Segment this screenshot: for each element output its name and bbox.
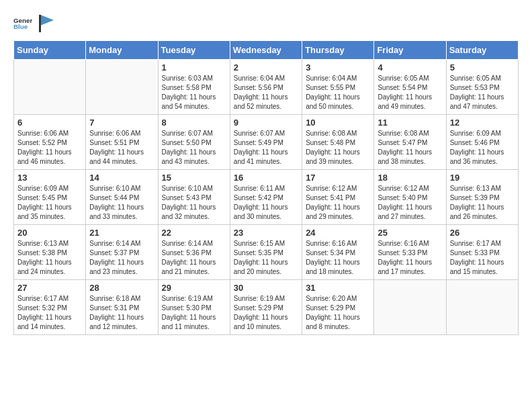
week-row-5: 27Sunrise: 6:17 AMSunset: 5:32 PMDayligh… — [14, 280, 519, 335]
calendar-cell: 9Sunrise: 6:07 AMSunset: 5:49 PMDaylight… — [230, 115, 302, 170]
week-row-4: 20Sunrise: 6:13 AMSunset: 5:38 PMDayligh… — [14, 225, 519, 280]
calendar-cell: 14Sunrise: 6:10 AMSunset: 5:44 PMDayligh… — [86, 170, 158, 225]
calendar-cell: 1Sunrise: 6:03 AMSunset: 5:58 PMDaylight… — [158, 60, 230, 115]
cell-info: Sunrise: 6:18 AMSunset: 5:31 PMDaylight:… — [89, 294, 154, 332]
calendar-cell: 6Sunrise: 6:06 AMSunset: 5:52 PMDaylight… — [14, 115, 86, 170]
cell-info: Sunrise: 6:04 AMSunset: 5:56 PMDaylight:… — [234, 74, 298, 111]
logo-icon: General Blue — [13, 14, 32, 33]
col-header-tuesday: Tuesday — [158, 41, 230, 60]
calendar-cell: 27Sunrise: 6:17 AMSunset: 5:32 PMDayligh… — [14, 280, 86, 335]
calendar-cell: 22Sunrise: 6:14 AMSunset: 5:36 PMDayligh… — [158, 225, 230, 280]
cell-info: Sunrise: 6:06 AMSunset: 5:52 PMDaylight:… — [17, 129, 82, 167]
cell-info: Sunrise: 6:08 AMSunset: 5:48 PMDaylight:… — [306, 129, 370, 167]
logo-flag-icon — [35, 13, 55, 34]
day-number: 17 — [306, 173, 370, 183]
cell-info: Sunrise: 6:05 AMSunset: 5:53 PMDaylight:… — [450, 74, 515, 111]
cell-info: Sunrise: 6:19 AMSunset: 5:29 PMDaylight:… — [234, 294, 298, 332]
cell-info: Sunrise: 6:09 AMSunset: 5:45 PMDaylight:… — [17, 184, 82, 222]
svg-text:Blue: Blue — [13, 23, 28, 30]
cell-info: Sunrise: 6:10 AMSunset: 5:43 PMDaylight:… — [162, 184, 226, 222]
day-number: 15 — [162, 173, 226, 183]
cell-info: Sunrise: 6:19 AMSunset: 5:30 PMDaylight:… — [162, 294, 226, 332]
calendar-cell: 17Sunrise: 6:12 AMSunset: 5:41 PMDayligh… — [302, 170, 374, 225]
calendar-cell: 30Sunrise: 6:19 AMSunset: 5:29 PMDayligh… — [230, 280, 302, 335]
day-number: 29 — [162, 283, 226, 293]
cell-info: Sunrise: 6:07 AMSunset: 5:49 PMDaylight:… — [234, 129, 298, 167]
day-number: 2 — [234, 62, 298, 73]
day-number: 14 — [89, 173, 154, 183]
calendar-cell: 7Sunrise: 6:06 AMSunset: 5:51 PMDaylight… — [86, 115, 158, 170]
day-number: 8 — [162, 118, 226, 128]
day-number: 12 — [450, 118, 515, 128]
calendar-cell: 26Sunrise: 6:17 AMSunset: 5:33 PMDayligh… — [446, 225, 518, 280]
calendar-cell: 15Sunrise: 6:10 AMSunset: 5:43 PMDayligh… — [158, 170, 230, 225]
day-number: 24 — [306, 228, 370, 238]
day-number: 7 — [89, 118, 154, 128]
day-number: 22 — [162, 228, 226, 238]
calendar-cell: 28Sunrise: 6:18 AMSunset: 5:31 PMDayligh… — [86, 280, 158, 335]
cell-info: Sunrise: 6:07 AMSunset: 5:50 PMDaylight:… — [162, 129, 226, 167]
col-header-friday: Friday — [374, 41, 446, 60]
calendar-cell: 10Sunrise: 6:08 AMSunset: 5:48 PMDayligh… — [302, 115, 374, 170]
cell-info: Sunrise: 6:10 AMSunset: 5:44 PMDaylight:… — [89, 184, 154, 222]
cell-info: Sunrise: 6:20 AMSunset: 5:29 PMDaylight:… — [306, 294, 370, 332]
calendar-cell: 5Sunrise: 6:05 AMSunset: 5:53 PMDaylight… — [446, 60, 518, 115]
col-header-sunday: Sunday — [14, 41, 86, 60]
cell-info: Sunrise: 6:05 AMSunset: 5:54 PMDaylight:… — [378, 74, 442, 111]
calendar-cell — [374, 280, 446, 335]
calendar-cell: 2Sunrise: 6:04 AMSunset: 5:56 PMDaylight… — [230, 60, 302, 115]
cell-info: Sunrise: 6:03 AMSunset: 5:58 PMDaylight:… — [162, 74, 226, 111]
week-row-3: 13Sunrise: 6:09 AMSunset: 5:45 PMDayligh… — [14, 170, 519, 225]
calendar-cell: 8Sunrise: 6:07 AMSunset: 5:50 PMDaylight… — [158, 115, 230, 170]
col-header-saturday: Saturday — [446, 41, 518, 60]
calendar-cell — [14, 60, 86, 115]
svg-rect-3 — [39, 15, 41, 32]
day-number: 13 — [17, 173, 82, 183]
day-number: 30 — [234, 283, 298, 293]
day-number: 5 — [450, 62, 515, 73]
cell-info: Sunrise: 6:04 AMSunset: 5:55 PMDaylight:… — [306, 74, 370, 111]
day-number: 19 — [450, 173, 515, 183]
cell-info: Sunrise: 6:11 AMSunset: 5:42 PMDaylight:… — [234, 184, 298, 222]
cell-info: Sunrise: 6:16 AMSunset: 5:34 PMDaylight:… — [306, 239, 370, 277]
calendar-cell: 4Sunrise: 6:05 AMSunset: 5:54 PMDaylight… — [374, 60, 446, 115]
day-number: 9 — [234, 118, 298, 128]
calendar-cell: 19Sunrise: 6:13 AMSunset: 5:39 PMDayligh… — [446, 170, 518, 225]
col-header-thursday: Thursday — [302, 41, 374, 60]
page-header: General Blue — [13, 13, 519, 34]
cell-info: Sunrise: 6:08 AMSunset: 5:47 PMDaylight:… — [378, 129, 442, 167]
calendar-cell: 21Sunrise: 6:14 AMSunset: 5:37 PMDayligh… — [86, 225, 158, 280]
cell-info: Sunrise: 6:14 AMSunset: 5:37 PMDaylight:… — [89, 239, 154, 277]
calendar-cell: 11Sunrise: 6:08 AMSunset: 5:47 PMDayligh… — [374, 115, 446, 170]
calendar-cell: 23Sunrise: 6:15 AMSunset: 5:35 PMDayligh… — [230, 225, 302, 280]
day-number: 31 — [306, 283, 370, 293]
calendar-cell: 16Sunrise: 6:11 AMSunset: 5:42 PMDayligh… — [230, 170, 302, 225]
cell-info: Sunrise: 6:17 AMSunset: 5:33 PMDaylight:… — [450, 239, 515, 277]
calendar-cell: 3Sunrise: 6:04 AMSunset: 5:55 PMDaylight… — [302, 60, 374, 115]
calendar-cell: 12Sunrise: 6:09 AMSunset: 5:46 PMDayligh… — [446, 115, 518, 170]
day-number: 10 — [306, 118, 370, 128]
cell-info: Sunrise: 6:13 AMSunset: 5:39 PMDaylight:… — [450, 184, 515, 222]
calendar-header-row: SundayMondayTuesdayWednesdayThursdayFrid… — [14, 41, 519, 60]
logo: General Blue — [13, 13, 55, 34]
day-number: 16 — [234, 173, 298, 183]
calendar-cell — [86, 60, 158, 115]
calendar-cell: 24Sunrise: 6:16 AMSunset: 5:34 PMDayligh… — [302, 225, 374, 280]
day-number: 3 — [306, 62, 370, 73]
calendar-cell: 31Sunrise: 6:20 AMSunset: 5:29 PMDayligh… — [302, 280, 374, 335]
cell-info: Sunrise: 6:09 AMSunset: 5:46 PMDaylight:… — [450, 129, 515, 167]
cell-info: Sunrise: 6:12 AMSunset: 5:41 PMDaylight:… — [306, 184, 370, 222]
day-number: 23 — [234, 228, 298, 238]
col-header-monday: Monday — [86, 41, 158, 60]
calendar-cell: 25Sunrise: 6:16 AMSunset: 5:33 PMDayligh… — [374, 225, 446, 280]
calendar-cell: 29Sunrise: 6:19 AMSunset: 5:30 PMDayligh… — [158, 280, 230, 335]
day-number: 18 — [378, 173, 442, 183]
day-number: 27 — [17, 283, 82, 293]
col-header-wednesday: Wednesday — [230, 41, 302, 60]
cell-info: Sunrise: 6:15 AMSunset: 5:35 PMDaylight:… — [234, 239, 298, 277]
week-row-1: 1Sunrise: 6:03 AMSunset: 5:58 PMDaylight… — [14, 60, 519, 115]
day-number: 1 — [162, 62, 226, 73]
cell-info: Sunrise: 6:14 AMSunset: 5:36 PMDaylight:… — [162, 239, 226, 277]
calendar-cell — [446, 280, 518, 335]
cell-info: Sunrise: 6:13 AMSunset: 5:38 PMDaylight:… — [17, 239, 82, 277]
